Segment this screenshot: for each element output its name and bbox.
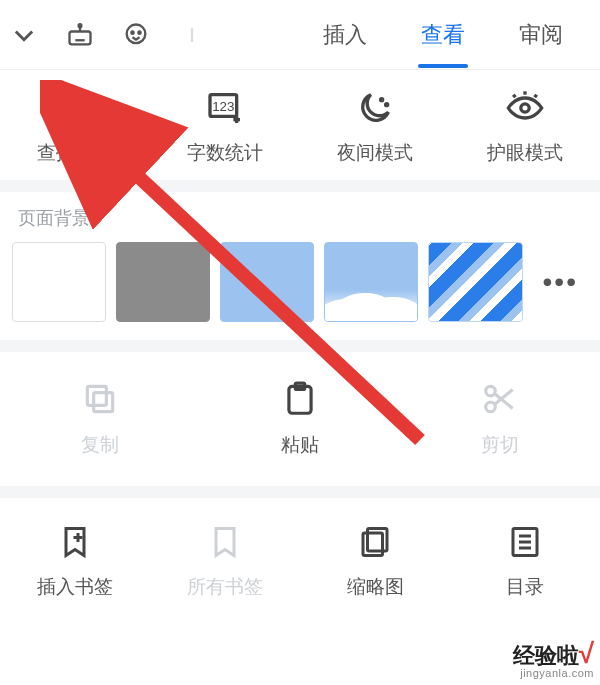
svg-rect-24 (87, 386, 106, 405)
word-count-button[interactable]: 123 字数统计 (150, 88, 300, 166)
night-mode-label: 夜间模式 (337, 140, 413, 166)
bottom-row: 插入书签 所有书签 缩略图 目录 (0, 498, 600, 628)
watermark-check: √ (579, 638, 594, 669)
top-left-icons (10, 21, 206, 49)
bookmark-add-icon (57, 524, 93, 560)
svg-point-11 (61, 94, 84, 117)
find-replace-label: 查找替换 (37, 140, 113, 166)
svg-line-12 (81, 114, 89, 122)
clipboard-icon (281, 380, 319, 418)
cursor-icon[interactable] (178, 21, 206, 49)
cut-button: 剪切 (400, 380, 600, 458)
svg-point-17 (381, 99, 383, 101)
svg-point-18 (386, 104, 388, 106)
bg-swatch-pattern[interactable] (428, 242, 522, 322)
svg-point-19 (521, 104, 529, 112)
tab-insert[interactable]: 插入 (296, 2, 394, 68)
thumbnail-label: 缩略图 (347, 574, 404, 600)
eye-care-button[interactable]: 护眼模式 (450, 88, 600, 166)
all-bookmarks-label: 所有书签 (187, 574, 263, 600)
divider (0, 486, 600, 498)
svg-line-22 (535, 95, 537, 98)
bg-swatch-blue[interactable] (220, 242, 314, 322)
top-toolbar: 插入 查看 审阅 (0, 0, 600, 70)
top-tabs: 插入 查看 审阅 (296, 2, 590, 68)
divider (0, 340, 600, 352)
pages-icon (357, 524, 393, 560)
word-count-label: 字数统计 (187, 140, 263, 166)
clipboard-row: 复制 粘贴 剪切 (0, 352, 600, 486)
watermark: 经验啦√ jingyanla.com (513, 640, 594, 679)
paste-label: 粘贴 (281, 432, 319, 458)
page-bg-row: ••• (0, 236, 600, 340)
insert-bookmark-label: 插入书签 (37, 574, 113, 600)
night-mode-button[interactable]: 夜间模式 (300, 88, 450, 166)
bg-swatch-cloud[interactable] (324, 242, 418, 322)
insert-bookmark-button[interactable]: 插入书签 (0, 524, 150, 600)
eye-icon (505, 88, 545, 128)
svg-point-8 (131, 31, 133, 33)
copy-icon (81, 380, 119, 418)
tab-review[interactable]: 审阅 (492, 2, 590, 68)
thumbnail-button[interactable]: 缩略图 (300, 524, 450, 600)
svg-point-2 (79, 24, 82, 27)
watermark-text: 经验啦 (513, 643, 579, 668)
bg-swatch-gray[interactable] (116, 242, 210, 322)
keyboard-icon[interactable] (66, 21, 94, 49)
assistant-icon[interactable] (122, 21, 150, 49)
svg-rect-23 (94, 393, 113, 412)
find-replace-button[interactable]: 查找替换 (0, 88, 150, 166)
eye-care-label: 护眼模式 (487, 140, 563, 166)
svg-point-9 (138, 31, 140, 33)
svg-rect-0 (70, 31, 91, 44)
cut-label: 剪切 (481, 432, 519, 458)
all-bookmarks-button: 所有书签 (150, 524, 300, 600)
contents-button[interactable]: 目录 (450, 524, 600, 600)
copy-label: 复制 (81, 432, 119, 458)
search-icon (55, 88, 95, 128)
moon-icon (355, 88, 395, 128)
bg-swatch-white[interactable] (12, 242, 106, 322)
tool-row: 查找替换 123 字数统计 夜间模式 护眼模式 (0, 70, 600, 180)
word-count-icon: 123 (205, 88, 245, 128)
list-icon (507, 524, 543, 560)
bookmark-icon (207, 524, 243, 560)
page-bg-title: 页面背景 (0, 192, 600, 236)
contents-label: 目录 (506, 574, 544, 600)
svg-text:123: 123 (212, 99, 234, 114)
divider (0, 180, 600, 192)
more-backgrounds-button[interactable]: ••• (533, 242, 588, 322)
svg-line-21 (513, 95, 515, 98)
scissors-icon (481, 380, 519, 418)
tab-view[interactable]: 查看 (394, 2, 492, 68)
collapse-icon[interactable] (10, 21, 38, 49)
copy-button: 复制 (0, 380, 200, 458)
paste-button[interactable]: 粘贴 (200, 380, 400, 458)
watermark-url: jingyanla.com (513, 668, 594, 679)
